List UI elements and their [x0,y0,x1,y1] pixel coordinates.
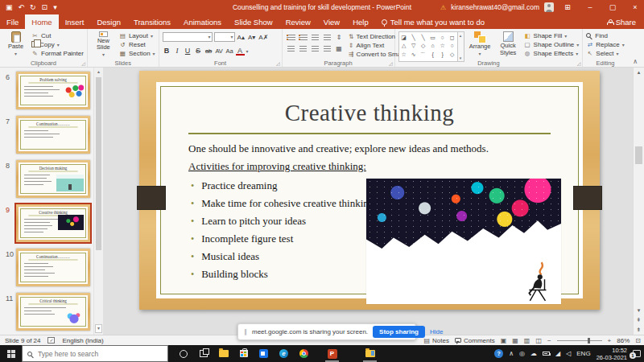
network-icon[interactable]: ◢ [555,350,560,357]
editor-scroll-up-icon[interactable]: ▴ [634,69,644,76]
slide-subheading[interactable]: Activities for improving creative thinki… [188,160,551,173]
onedrive-cloud-icon[interactable]: ☁ [530,350,537,357]
align-center-button[interactable] [298,44,308,53]
thumbnail-scroll-down-icon[interactable]: ▾ [95,324,102,333]
warning-icon[interactable]: ⚠ [440,4,446,11]
action-center-icon[interactable]: 1 [633,350,641,357]
search-input[interactable] [38,350,163,358]
shrink-font-button[interactable]: A▾ [247,34,256,41]
ribbon-display-options-icon[interactable]: ⊞ [559,3,576,11]
edge-button[interactable]: e [274,345,294,362]
paste-button[interactable]: Paste ▾ [3,31,28,58]
tab-animations[interactable]: Animations [177,14,228,29]
numbering-button[interactable] [298,33,308,42]
close-button[interactable]: × [626,3,644,11]
battery-icon[interactable] [543,352,550,356]
text-shadow-button[interactable]: ab [204,47,213,55]
slide-sorter-view-button[interactable]: ▦ [512,337,518,344]
font-size-combo[interactable]: ▾ [214,32,235,42]
taskbar-search[interactable] [22,345,168,362]
next-slide-button[interactable]: ⇟ [634,327,644,333]
start-button[interactable] [0,345,22,362]
zoom-in-button[interactable]: + [608,337,612,344]
shapes-scrollbar[interactable]: ▴ ▾ [458,31,464,62]
language-indicator[interactable]: ENG [576,350,590,357]
find-button[interactable]: Find [586,31,624,39]
new-slide-button[interactable]: New Slide ▾ [91,31,116,58]
font-color-button[interactable]: A [236,47,245,55]
replace-button[interactable]: ⇄ Replace ▾ [586,40,624,48]
shape-glyph[interactable]: } [441,51,443,60]
tab-file[interactable]: File [0,14,25,29]
grow-font-button[interactable]: A▴ [237,34,246,41]
slideshow-view-button[interactable]: ◫ [535,337,542,344]
reading-view-button[interactable]: ▥ [524,337,530,344]
start-slideshow-icon[interactable]: ⊡ [42,3,48,11]
copy-button[interactable]: Copy ▾ [31,40,84,48]
fit-to-window-button[interactable]: ⊡ [635,337,641,344]
shape-fill-button[interactable]: ◧ Shape Fill ▾ [524,31,580,39]
underline-button[interactable]: U [184,47,192,55]
character-spacing-button[interactable]: AV [215,47,224,55]
qat-customize-icon[interactable]: ▾ [53,3,57,11]
meet-app-button[interactable] [254,345,274,362]
slide-image-creative-collage[interactable] [366,179,561,304]
shape-glyph[interactable]: ▽ [411,43,415,49]
thumbnail-slide-8[interactable]: 8 Decision making [3,160,90,198]
shape-glyph[interactable]: ◇ [450,51,454,60]
thumbnail-slide-6[interactable]: 6 Problem solving [3,72,90,109]
bold-button[interactable]: B [163,47,171,55]
shape-glyph[interactable]: ⌂ [431,43,434,49]
arrange-button[interactable]: Arrange ▾ [468,31,493,58]
hide-link[interactable]: Hide [430,328,443,335]
font-name-combo[interactable]: ▾ [163,32,213,42]
shape-glyph[interactable]: ◇ [421,43,425,49]
slide-title[interactable]: Creative thinking [188,100,551,126]
drawing-dialog-launcher[interactable]: ◿ [577,61,581,66]
shape-glyph[interactable]: ╲ [412,35,415,41]
decrease-indent-button[interactable] [310,33,320,42]
editor-scrollbar[interactable]: ▴ ▾ ⇞ ⇟ [633,68,644,335]
cut-button[interactable]: ✂ Cut [31,31,84,39]
share-button[interactable]: Share [599,14,644,29]
shape-glyph[interactable]: ◻ [450,35,455,41]
align-right-button[interactable] [310,44,320,53]
clear-formatting-button[interactable]: A✗ [258,34,269,41]
shape-glyph[interactable]: ○ [440,35,444,41]
columns-button[interactable]: ▦ [334,44,345,53]
shape-glyph[interactable]: { [431,51,433,60]
select-button[interactable]: ↖ Select ▾ [586,49,624,57]
file-explorer-button[interactable] [213,345,233,362]
shape-glyph[interactable]: ☆ [401,51,406,60]
taskbar-clock[interactable]: 10:52 26-03-2021 [597,347,627,361]
stop-sharing-button[interactable]: Stop sharing [373,326,425,338]
tab-view[interactable]: View [317,14,346,29]
powerpoint-taskbar-button[interactable]: P [322,345,342,362]
notes-button[interactable]: ▤ Notes [424,337,449,344]
tab-slideshow[interactable]: Slide Show [228,14,279,29]
save-icon[interactable]: ▣ [6,3,13,11]
thumbnail-scroll-up-icon[interactable]: ▴ [94,68,103,74]
reset-button[interactable]: ↺ Reset [119,40,155,48]
thumbnail-slide-10[interactable]: 10 Continuation……… [3,249,90,286]
align-left-button[interactable] [286,44,296,53]
shape-glyph[interactable]: ☆ [440,43,444,49]
tell-me-box[interactable]: Tell me what you want to do [375,14,491,29]
editor-scroll-down-icon[interactable]: ▾ [634,307,644,314]
font-dialog-launcher[interactable]: ◿ [276,61,280,66]
show-hidden-icons-button[interactable]: ∧ [509,350,514,357]
cortana-button[interactable] [173,345,193,362]
format-painter-button[interactable]: ✎ Format Painter [31,49,84,57]
restore-button[interactable]: ▢ [604,3,621,11]
shape-glyph[interactable]: ▭ [430,35,436,41]
slide-intro-text[interactable]: One should be innovative and creative; e… [188,142,551,155]
tab-review[interactable]: Review [279,14,317,29]
tab-home[interactable]: Home [25,14,58,29]
thumbnail-scroll-thumb[interactable] [96,77,101,250]
thumbnail-slide-11[interactable]: 11 Critical thinking [3,293,90,331]
zoom-out-button[interactable]: − [547,337,551,344]
tab-transitions[interactable]: Transitions [127,14,177,29]
language-status[interactable]: English (India) [62,337,103,344]
thumbnail-scrollbar[interactable]: ▴ ▾ [93,68,103,335]
shape-glyph[interactable]: ○ [450,43,453,49]
